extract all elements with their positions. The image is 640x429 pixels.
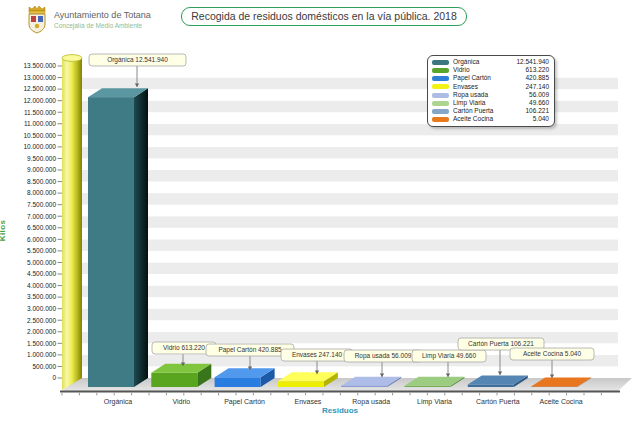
svg-text:Ropa usada 56.009: Ropa usada 56.009 [355,352,412,360]
svg-text:Aceite Cocina 5.040: Aceite Cocina 5.040 [523,350,582,357]
legend-item-vidrio: Vidrio613.220 [432,67,549,74]
y-tick-label: 3.500.000 [27,293,56,300]
y-tick-label: 1.500.000 [27,340,56,347]
legend: Orgánica12.541.940Vidrio613.220Papel Car… [427,55,555,127]
legend-item-envases: Envases247.140 [432,84,549,91]
y-tick-label: 0 [52,374,56,381]
y-tick-label: 13.000.000 [23,74,56,81]
page: Ayuntamiento de Totana Concejalía de Med… [0,0,640,429]
legend-value: 12.541.940 [516,59,549,66]
legend-label: Cartón Puerta [453,108,526,115]
y-tick-label: 11.000.000 [24,120,56,127]
legend-value: 247.140 [526,84,550,91]
y-tick-label: 9.000.000 [27,166,56,173]
y-tick-label: 6.500.000 [27,224,56,231]
y-tick-label: 5.500.000 [27,247,56,254]
y-tick-label: 10.000.000 [23,143,56,150]
legend-value: 106.221 [526,108,550,115]
svg-text:Vidrio 613.220: Vidrio 613.220 [163,344,205,351]
legend-item-organica: Orgánica12.541.940 [432,59,549,66]
svg-text:Limp Viaria 49.660: Limp Viaria 49.660 [422,352,476,360]
legend-value: 420.885 [526,75,550,82]
legend-swatch [432,93,449,98]
legend-swatch [432,60,449,65]
legend-value: 613.220 [526,67,550,74]
y-tick-label: 13.500.000 [23,62,56,69]
legend-label: Ropa usada [453,92,529,99]
y-tick-label: 9.500.000 [27,155,56,162]
legend-label: Orgánica [453,59,516,66]
x-category-label: Limp Viaria [417,398,452,406]
legend-item-limp-viaria: Limp Viaria49.660 [432,100,549,107]
y-tick-label: 8.000.000 [27,189,56,196]
x-category-label: Aceite Cocina [539,398,582,405]
y-tick-label: 12.000.000 [23,97,56,104]
y-axis-cylinder-cap [62,55,82,62]
legend-swatch [432,76,449,81]
legend-item-aceite-cocina: Aceite Cocina5.040 [432,116,549,123]
y-tick-label: 7.500.000 [27,201,56,208]
y-tick-label: 4.500.000 [27,270,56,277]
legend-swatch [432,117,449,122]
y-tick-label: 12.500.000 [23,85,56,92]
x-category-label: Papel Cartón [224,398,265,406]
legend-swatch [432,68,449,73]
legend-value: 5.040 [533,116,549,123]
svg-text:Papel Cartón 420.885: Papel Cartón 420.885 [218,346,282,354]
legend-label: Aceite Cocina [453,116,533,123]
bar-organica [88,88,148,387]
y-tick-label: 10.500.000 [23,132,56,139]
legend-value: 56.009 [529,92,549,99]
y-tick-label: 2.000.000 [27,328,56,335]
y-tick-label: 5.000.000 [27,259,56,266]
y-tick-label: 1.000.000 [27,351,56,358]
y-tick-label: 11.500.000 [24,109,56,116]
y-tick-label: 2.500.000 [27,317,56,324]
legend-item-carton-puerta: Cartón Puerta106.221 [432,108,549,115]
legend-label: Vidrio [453,67,526,74]
y-tick-label: 7.000.000 [27,213,56,220]
legend-item-papel-carton: Papel Cartón420.885 [432,75,549,82]
x-category-label: Cartón Puerta [476,398,520,405]
legend-swatch [432,84,449,89]
y-tick-label: 500.000 [33,363,57,370]
x-category-label: Orgánica [104,398,133,406]
svg-text:Orgánica 12.541.940: Orgánica 12.541.940 [107,56,168,64]
legend-label: Papel Cartón [453,75,526,82]
bar-vidrio [151,364,211,387]
svg-text:Cartón Puerta 106.221: Cartón Puerta 106.221 [468,340,534,347]
y-tick-label: 8.500.000 [27,178,56,185]
x-category-label: Ropa usada [352,398,390,406]
legend-swatch [432,101,449,106]
legend-swatch [432,109,449,114]
svg-text:Envases 247.140: Envases 247.140 [292,351,343,358]
x-category-label: Envases [294,398,321,405]
y-tick-label: 6.000.000 [27,236,56,243]
y-tick-label: 4.000.000 [27,282,56,289]
y-axis-cylinder [62,58,82,390]
legend-label: Envases [453,84,526,91]
y-tick-label: 3.000.000 [27,305,56,312]
x-category-label: Vidrio [172,398,190,405]
legend-label: Limp Viaria [453,100,529,107]
legend-item-ropa-usada: Ropa usada56.009 [432,92,549,99]
legend-value: 49.660 [529,100,549,107]
